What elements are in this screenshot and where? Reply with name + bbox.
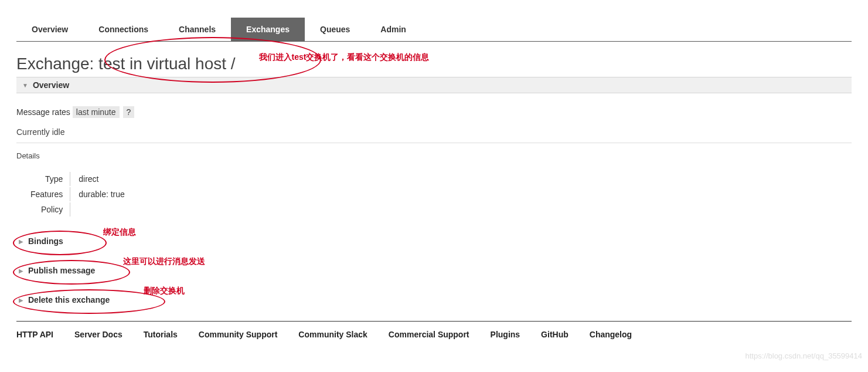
tab-queues[interactable]: Queues bbox=[305, 18, 365, 41]
footer-http-api[interactable]: HTTP API bbox=[16, 330, 53, 339]
detail-type-label: Type bbox=[23, 172, 70, 186]
page-title: Exchange: test in virtual host / bbox=[16, 55, 236, 73]
footer-community-support[interactable]: Community Support bbox=[199, 330, 278, 339]
main-tabs: Overview Connections Channels Exchanges … bbox=[16, 18, 852, 42]
tab-channels[interactable]: Channels bbox=[164, 18, 231, 41]
idle-status: Currently idle bbox=[16, 124, 852, 143]
annotation-bindings: 绑定信息 bbox=[103, 227, 136, 238]
section-overview-header[interactable]: ▼ Overview bbox=[16, 77, 852, 93]
tab-connections[interactable]: Connections bbox=[83, 18, 164, 41]
message-rates-period[interactable]: last minute bbox=[73, 106, 120, 118]
tab-exchanges[interactable]: Exchanges bbox=[231, 18, 305, 41]
section-publish-message[interactable]: ▶ Publish message bbox=[16, 265, 100, 276]
footer-changelog[interactable]: Changelog bbox=[590, 330, 632, 339]
annotation-publish: 这里可以进行消息发送 bbox=[123, 256, 205, 267]
chevron-right-icon: ▶ bbox=[19, 297, 23, 303]
annotation-delete: 删除交换机 bbox=[144, 286, 185, 296]
details-heading: Details bbox=[16, 151, 852, 160]
footer-server-docs[interactable]: Server Docs bbox=[74, 330, 122, 339]
footer-commercial-support[interactable]: Commercial Support bbox=[389, 330, 469, 339]
detail-type-value: direct bbox=[72, 172, 132, 186]
exchange-name: test bbox=[98, 55, 125, 73]
section-delete-label: Delete this exchange bbox=[28, 295, 110, 305]
message-rates-row: Message rates last minute ? bbox=[16, 106, 852, 118]
detail-policy-label: Policy bbox=[23, 202, 70, 217]
footer-links: HTTP API Server Docs Tutorials Community… bbox=[16, 321, 852, 347]
table-row: Features durable: true bbox=[23, 187, 132, 201]
annotation-title: 我们进入test交换机了，看看这个交换机的信息 bbox=[259, 52, 430, 63]
tab-admin[interactable]: Admin bbox=[365, 18, 421, 41]
footer-tutorials[interactable]: Tutorials bbox=[144, 330, 178, 339]
table-row: Type direct bbox=[23, 172, 132, 186]
watermark: https://blog.csdn.net/qq_35599414 bbox=[746, 351, 863, 360]
tab-overview[interactable]: Overview bbox=[16, 18, 83, 41]
detail-features-label: Features bbox=[23, 187, 70, 201]
title-prefix: Exchange: bbox=[16, 55, 98, 73]
detail-features-value: durable: true bbox=[72, 187, 132, 201]
section-bindings[interactable]: ▶ Bindings bbox=[16, 235, 68, 247]
section-overview-label: Overview bbox=[33, 80, 69, 90]
chevron-down-icon: ▼ bbox=[22, 82, 28, 89]
help-icon[interactable]: ? bbox=[123, 106, 135, 118]
chevron-right-icon: ▶ bbox=[19, 238, 23, 245]
footer-github[interactable]: GitHub bbox=[541, 330, 569, 339]
chevron-right-icon: ▶ bbox=[19, 268, 23, 274]
footer-plugins[interactable]: Plugins bbox=[491, 330, 520, 339]
section-bindings-label: Bindings bbox=[28, 236, 63, 246]
section-delete-exchange[interactable]: ▶ Delete this exchange bbox=[16, 294, 114, 306]
detail-policy-value bbox=[72, 202, 132, 217]
message-rates-label: Message rates bbox=[16, 107, 70, 117]
footer-community-slack[interactable]: Community Slack bbox=[298, 330, 367, 339]
table-row: Policy bbox=[23, 202, 132, 217]
details-table: Type direct Features durable: true Polic… bbox=[22, 171, 133, 218]
vhost-prefix: in virtual host bbox=[125, 55, 231, 73]
vhost-name: / bbox=[231, 55, 236, 73]
section-publish-label: Publish message bbox=[28, 266, 95, 275]
